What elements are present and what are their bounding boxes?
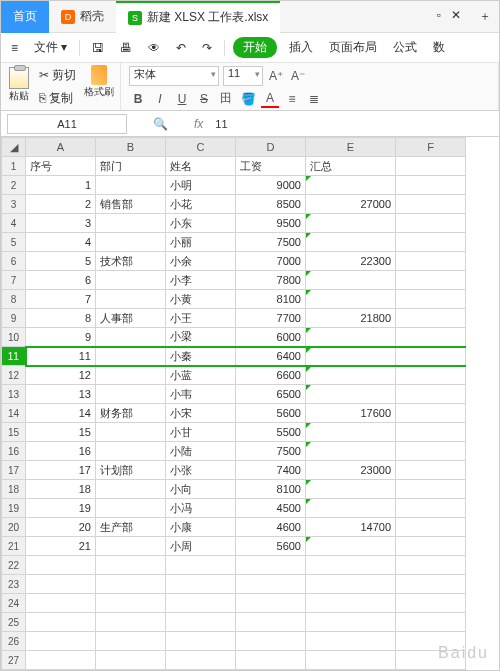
cell[interactable]: [26, 575, 96, 594]
cell[interactable]: 7: [26, 290, 96, 309]
cell[interactable]: [396, 442, 466, 461]
cell[interactable]: [96, 271, 166, 290]
row-header[interactable]: 18: [2, 480, 26, 499]
cell[interactable]: [96, 347, 166, 366]
cell[interactable]: [396, 499, 466, 518]
cell[interactable]: [396, 556, 466, 575]
cell[interactable]: [96, 480, 166, 499]
cell[interactable]: [396, 575, 466, 594]
cell[interactable]: 17: [26, 461, 96, 480]
ribbon-data[interactable]: 数: [429, 37, 449, 58]
file-menu[interactable]: 文件 ▾: [30, 37, 71, 58]
cell[interactable]: [96, 233, 166, 252]
cell[interactable]: 小余: [166, 252, 236, 271]
cell[interactable]: [166, 594, 236, 613]
border-icon[interactable]: 田: [217, 90, 235, 108]
cell[interactable]: 小陆: [166, 442, 236, 461]
cell[interactable]: [396, 594, 466, 613]
cell[interactable]: 4: [26, 233, 96, 252]
cell[interactable]: [306, 176, 396, 195]
cell[interactable]: 6500: [236, 385, 306, 404]
row-header[interactable]: 14: [2, 404, 26, 423]
cell[interactable]: 小东: [166, 214, 236, 233]
fx-label[interactable]: fx: [194, 117, 203, 131]
cell[interactable]: 9000: [236, 176, 306, 195]
cell[interactable]: 22300: [306, 252, 396, 271]
cell[interactable]: 8: [26, 309, 96, 328]
cell[interactable]: 汇总: [306, 157, 396, 176]
cell[interactable]: [236, 651, 306, 670]
cell[interactable]: [396, 157, 466, 176]
cell[interactable]: [396, 271, 466, 290]
cell[interactable]: [96, 556, 166, 575]
cell[interactable]: 工资: [236, 157, 306, 176]
cell[interactable]: [306, 366, 396, 385]
cell[interactable]: [396, 537, 466, 556]
cell[interactable]: 小张: [166, 461, 236, 480]
cell[interactable]: [306, 233, 396, 252]
cell[interactable]: 小李: [166, 271, 236, 290]
tab-close-icon[interactable]: ✕: [451, 8, 461, 25]
cell[interactable]: 小花: [166, 195, 236, 214]
font-color-icon[interactable]: A: [261, 90, 279, 108]
cell[interactable]: [166, 651, 236, 670]
cell[interactable]: [96, 290, 166, 309]
cell[interactable]: 5600: [236, 404, 306, 423]
row-header[interactable]: 20: [2, 518, 26, 537]
cell[interactable]: 8500: [236, 195, 306, 214]
cell[interactable]: [306, 423, 396, 442]
increase-font-icon[interactable]: A⁺: [267, 67, 285, 85]
cell[interactable]: [26, 594, 96, 613]
underline-icon[interactable]: U: [173, 90, 191, 108]
copy-button[interactable]: ⎘复制: [35, 88, 80, 109]
cell[interactable]: [306, 290, 396, 309]
paste-button[interactable]: 粘贴: [7, 65, 31, 109]
cell[interactable]: 小康: [166, 518, 236, 537]
cell[interactable]: 7500: [236, 233, 306, 252]
cell[interactable]: [96, 499, 166, 518]
cell[interactable]: 6: [26, 271, 96, 290]
cell[interactable]: 销售部: [96, 195, 166, 214]
row-header[interactable]: 23: [2, 575, 26, 594]
row-header[interactable]: 26: [2, 632, 26, 651]
cell[interactable]: 序号: [26, 157, 96, 176]
cell[interactable]: 小周: [166, 537, 236, 556]
cell[interactable]: 6400: [236, 347, 306, 366]
cell[interactable]: 小明: [166, 176, 236, 195]
tab-file[interactable]: S新建 XLSX 工作表.xlsx: [116, 1, 280, 33]
ribbon-insert[interactable]: 插入: [285, 37, 317, 58]
cell[interactable]: [166, 613, 236, 632]
cell[interactable]: 16: [26, 442, 96, 461]
cell[interactable]: 小丽: [166, 233, 236, 252]
cell[interactable]: [396, 233, 466, 252]
cell[interactable]: 21800: [306, 309, 396, 328]
row-header[interactable]: 19: [2, 499, 26, 518]
row-header[interactable]: 3: [2, 195, 26, 214]
cell[interactable]: 6600: [236, 366, 306, 385]
row-header[interactable]: 27: [2, 651, 26, 670]
col-F[interactable]: F: [396, 138, 466, 157]
cell[interactable]: [396, 290, 466, 309]
row-header[interactable]: 13: [2, 385, 26, 404]
cell[interactable]: 人事部: [96, 309, 166, 328]
row-header[interactable]: 21: [2, 537, 26, 556]
tab-home[interactable]: 首页: [1, 1, 49, 33]
cell[interactable]: 8100: [236, 480, 306, 499]
cell[interactable]: 小蓝: [166, 366, 236, 385]
cell[interactable]: [96, 575, 166, 594]
col-C[interactable]: C: [166, 138, 236, 157]
cell[interactable]: [96, 176, 166, 195]
cell[interactable]: [396, 366, 466, 385]
decrease-font-icon[interactable]: A⁻: [289, 67, 307, 85]
cell[interactable]: 18: [26, 480, 96, 499]
valign-icon[interactable]: ≣: [305, 90, 323, 108]
cell[interactable]: [26, 632, 96, 651]
cell[interactable]: 7700: [236, 309, 306, 328]
cell[interactable]: 19: [26, 499, 96, 518]
cell[interactable]: 20: [26, 518, 96, 537]
cell[interactable]: [396, 309, 466, 328]
cell[interactable]: 小韦: [166, 385, 236, 404]
col-B[interactable]: B: [96, 138, 166, 157]
print-icon[interactable]: 🖶: [116, 39, 136, 57]
cell[interactable]: 27000: [306, 195, 396, 214]
